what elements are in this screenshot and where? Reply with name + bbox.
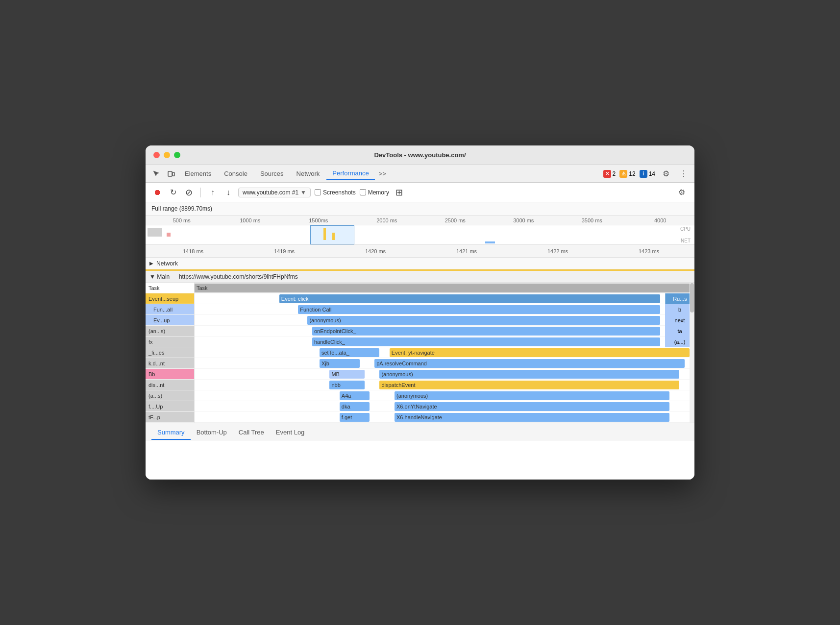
tab-network[interactable]: Network xyxy=(291,168,326,179)
cpu-net-area: CPU NET xyxy=(146,225,694,244)
flame-block-anonymous1[interactable]: (anonymous) xyxy=(307,316,660,325)
flame-track-fies[interactable]: setTe...ata_ Event: yt-navigate xyxy=(195,347,694,358)
flame-row-fx: fx handleClick_ (a...) xyxy=(146,337,694,347)
flame-label-disnt: dis...nt xyxy=(146,380,195,390)
flame-track-disnt[interactable]: nbb dispatchEvent xyxy=(195,380,694,390)
flame-track-tfp[interactable]: f.get X6.handleNavigate xyxy=(195,412,694,423)
flame-chart: Task Task Event...seup Event: click Ru..… xyxy=(146,283,694,423)
flame-block-mb[interactable]: MB xyxy=(329,370,364,379)
svg-rect-1 xyxy=(173,172,174,176)
flame-track-bb[interactable]: MB (anonymous) xyxy=(195,369,694,380)
more-options-icon[interactable]: ⋮ xyxy=(677,167,691,181)
upload-button[interactable]: ↑ xyxy=(207,187,219,198)
flame-block-onytnavigate[interactable]: X6.onYtNavigate xyxy=(395,402,669,411)
flame-row-task: Task Task xyxy=(146,283,694,293)
record-button[interactable]: ⏺ xyxy=(151,187,163,198)
flame-row-fies: _fi...es setTe...ata_ Event: yt-navigate xyxy=(146,347,694,358)
flame-block-anonymous2[interactable]: (anonymous) xyxy=(379,370,679,379)
perf-settings-icon[interactable]: ⚙ xyxy=(675,186,689,199)
flame-track-aas[interactable]: A4a (anonymous) xyxy=(195,390,694,401)
device-icon[interactable] xyxy=(164,167,178,181)
flame-track-task[interactable]: Task xyxy=(195,283,694,293)
memory-checkbox-group: Memory xyxy=(360,189,389,196)
layout-icon[interactable]: ⊞ xyxy=(393,187,405,198)
clear-button[interactable]: ⊘ xyxy=(183,187,195,198)
flame-block-a4a[interactable]: A4a xyxy=(340,391,370,400)
main-thread-header[interactable]: ▼ Main — https://www.youtube.com/shorts/… xyxy=(146,271,694,283)
error-badges: ✕ 2 ⚠ 12 i 14 ⚙ ⋮ xyxy=(603,167,691,181)
scrollbar-thumb[interactable] xyxy=(690,283,694,312)
flame-block-dka[interactable]: dka xyxy=(340,402,370,411)
warning-count: 12 xyxy=(629,170,635,177)
flame-block-task[interactable]: Task xyxy=(195,284,694,292)
settings-icon[interactable]: ⚙ xyxy=(659,167,673,181)
flame-track-ans[interactable]: onEndpointClick_ xyxy=(195,326,665,337)
flame-block-functioncall[interactable]: Function Call xyxy=(298,305,660,314)
info-count: 14 xyxy=(649,170,655,177)
tab-performance[interactable]: Performance xyxy=(326,168,374,180)
tab-sources[interactable]: Sources xyxy=(254,168,290,179)
error-count: 2 xyxy=(613,170,616,177)
flame-row-funall: Fun...all Function Call b xyxy=(146,304,694,315)
tab-call-tree[interactable]: Call Tree xyxy=(233,426,270,440)
tab-elements[interactable]: Elements xyxy=(179,168,217,179)
flame-block-paresolve[interactable]: pA.resolveCommand xyxy=(374,359,684,368)
tick-2000: 2000 ms xyxy=(353,217,421,223)
flame-row-evup: Ev...up (anonymous) next xyxy=(146,315,694,326)
flame-block-onendpoint[interactable]: onEndpointClick_ xyxy=(312,327,660,336)
tab-bottom-up[interactable]: Bottom-Up xyxy=(191,426,233,440)
flame-block-nbb[interactable]: nbb xyxy=(329,381,364,389)
tick-500: 500 ms xyxy=(148,217,216,223)
flame-block-ytnavigate[interactable]: Event: yt-navigate xyxy=(390,348,690,357)
download-button[interactable]: ↓ xyxy=(222,187,234,198)
flame-block-setteata[interactable]: setTe...ata_ xyxy=(320,348,379,357)
flame-block-anonymous3[interactable]: (anonymous) xyxy=(395,391,669,400)
tab-more[interactable]: >> xyxy=(376,168,389,179)
screenshots-checkbox[interactable] xyxy=(315,189,321,195)
flame-track-evup[interactable]: (anonymous) xyxy=(195,315,665,326)
timeline-overview[interactable]: 500 ms 1000 ms 1500ms 2000 ms 2500 ms 30… xyxy=(146,216,694,245)
warning-icon: ⚠ xyxy=(619,170,627,178)
refresh-button[interactable]: ↻ xyxy=(167,187,179,198)
perf-toolbar: ⏺ ↻ ⊘ ↑ ↓ www.youtube.com #1 ▼ Screensho… xyxy=(146,183,694,202)
flame-block-dispatchevent[interactable]: dispatchEvent xyxy=(379,381,679,389)
screenshots-label: Screenshots xyxy=(323,189,356,196)
main-content: Full range (3899.70ms) 500 ms 1000 ms 15… xyxy=(146,202,694,480)
flame-block-handlenavigate[interactable]: X6.handleNavigate xyxy=(395,413,669,422)
tab-summary[interactable]: Summary xyxy=(151,426,191,440)
flame-label-fies: _fi...es xyxy=(146,347,195,358)
memory-label: Memory xyxy=(368,189,389,196)
flame-track-funall[interactable]: Function Call xyxy=(195,304,665,315)
devtools-window: DevTools - www.youtube.com/ Elements Con… xyxy=(146,145,694,480)
flame-block-eventclick[interactable]: Event: click xyxy=(279,294,661,303)
tick-1500: 1500ms xyxy=(284,217,353,223)
expand-icon[interactable]: ▶ xyxy=(149,261,153,266)
flame-track-fup[interactable]: dka X6.onYtNavigate xyxy=(195,401,694,412)
flame-track-fx[interactable]: handleClick_ xyxy=(195,337,665,347)
cpu-label: CPU xyxy=(680,226,691,232)
inspect-icon[interactable] xyxy=(149,167,163,181)
flame-track-kdnt[interactable]: Xjb pA.resolveCommand xyxy=(195,358,694,369)
tab-event-log[interactable]: Event Log xyxy=(270,426,311,440)
close-button[interactable] xyxy=(153,152,160,158)
scrollbar-vertical[interactable] xyxy=(690,283,694,423)
flame-label-ans: (an...s) xyxy=(146,326,195,337)
minimize-button[interactable] xyxy=(164,152,170,158)
flame-label-eventseup: Event...seup xyxy=(146,293,195,304)
flame-track-eventseup[interactable]: Event: click xyxy=(195,293,665,304)
svg-rect-0 xyxy=(168,171,172,176)
flame-block-handleclick[interactable]: handleClick_ xyxy=(312,337,660,346)
url-dropdown-icon[interactable]: ▼ xyxy=(300,189,306,196)
tab-console[interactable]: Console xyxy=(218,168,253,179)
traffic-lights xyxy=(153,152,180,158)
net-label: NET xyxy=(681,238,691,243)
flame-block-xjb[interactable]: Xjb xyxy=(320,359,360,368)
network-section[interactable]: ▶ Network xyxy=(146,258,694,269)
flame-block-fget[interactable]: f.get xyxy=(340,413,370,422)
maximize-button[interactable] xyxy=(174,152,180,158)
memory-checkbox[interactable] xyxy=(360,189,366,195)
flame-row-bb: Bb MB (anonymous) xyxy=(146,369,694,380)
detail-ticks: 1418 ms 1419 ms 1420 ms 1421 ms 1422 ms … xyxy=(148,248,694,254)
flame-row-ans: (an...s) onEndpointClick_ ta xyxy=(146,326,694,337)
separator xyxy=(200,188,201,197)
